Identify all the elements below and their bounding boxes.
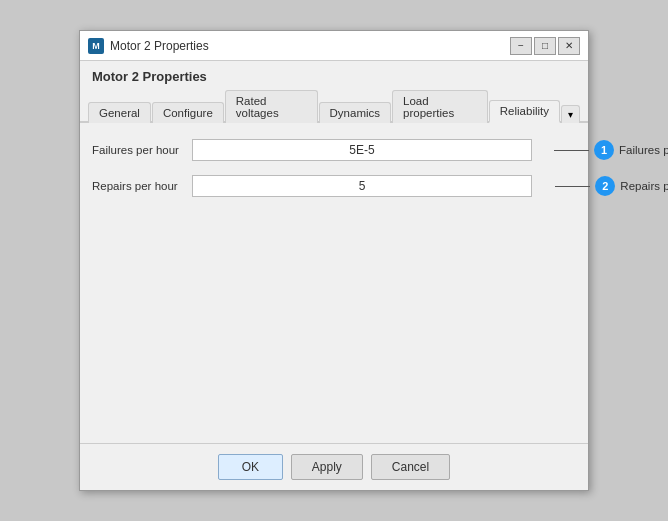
repairs-per-hour-row: Repairs per hour 2 Repairs per hour (92, 175, 576, 197)
title-bar: M Motor 2 Properties − □ ✕ (80, 31, 588, 61)
tab-dynamics[interactable]: Dynamics (319, 102, 391, 123)
maximize-button[interactable]: □ (534, 37, 556, 55)
apply-button[interactable]: Apply (291, 454, 363, 480)
tab-configure[interactable]: Configure (152, 102, 224, 123)
title-bar-text: Motor 2 Properties (110, 39, 504, 53)
failures-per-hour-label: Failures per hour (92, 144, 192, 156)
failures-per-hour-input[interactable] (192, 139, 532, 161)
title-bar-controls: − □ ✕ (510, 37, 580, 55)
window-heading: Motor 2 Properties (80, 61, 588, 90)
minimize-button[interactable]: − (510, 37, 532, 55)
annotation-label-1: Failures per hour (619, 144, 668, 156)
tab-rated-voltages[interactable]: Rated voltages (225, 90, 318, 123)
tab-overflow-button[interactable]: ▾ (561, 105, 580, 123)
cancel-button[interactable]: Cancel (371, 454, 450, 480)
tabs-row: General Configure Rated voltages Dynamic… (80, 90, 588, 123)
tab-reliability[interactable]: Reliability (489, 100, 560, 123)
main-window: M Motor 2 Properties − □ ✕ Motor 2 Prope… (79, 30, 589, 491)
repairs-per-hour-input[interactable] (192, 175, 532, 197)
annotation-label-2: Repairs per hour (620, 180, 668, 192)
annotation-badge-1: 1 (594, 140, 614, 160)
annotation-badge-2: 2 (595, 176, 615, 196)
failures-per-hour-row: Failures per hour 1 Failures per hour (92, 139, 576, 161)
tab-general[interactable]: General (88, 102, 151, 123)
close-button[interactable]: ✕ (558, 37, 580, 55)
repairs-per-hour-label: Repairs per hour (92, 180, 192, 192)
bottom-bar: OK Apply Cancel (80, 443, 588, 490)
app-icon: M (88, 38, 104, 54)
content-area: Failures per hour 1 Failures per hour Re… (80, 123, 588, 443)
tab-load-properties[interactable]: Load properties (392, 90, 488, 123)
ok-button[interactable]: OK (218, 454, 283, 480)
